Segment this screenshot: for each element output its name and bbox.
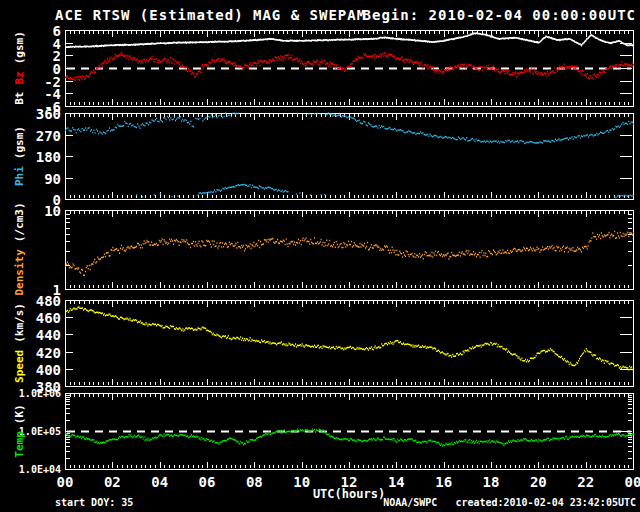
gsm-unit-label: (gsm) xyxy=(13,126,26,159)
y-axis-title-bt-bz: Bt Bz (gsm) xyxy=(13,31,26,105)
panel-bt-bz xyxy=(65,31,634,107)
bt-axis-label: Bt xyxy=(13,92,26,105)
start-doy-label: start DOY: 35 xyxy=(55,497,133,508)
cm3-unit-label: (/cm3) xyxy=(13,202,26,242)
agency-label: NOAA/SWPC xyxy=(383,497,437,508)
footer-credit: NOAA/SWPC created:2010-02-04 23:42:05UTC xyxy=(383,497,636,508)
created-timestamp: created:2010-02-04 23:42:05UTC xyxy=(455,497,636,508)
panel-density xyxy=(65,211,634,290)
plot-canvas xyxy=(0,0,640,512)
y-axis-title-density: Density (/cm3) xyxy=(13,202,26,295)
panel-phi xyxy=(65,113,634,200)
panel-temp xyxy=(65,394,634,470)
phi-axis-label: Phi xyxy=(13,166,26,186)
y-axis-title-speed: Speed (km/s) xyxy=(13,303,26,383)
density-axis-label: Density xyxy=(13,249,26,295)
x-axis-title: UTC(hours) xyxy=(313,487,385,501)
speed-axis-label: Speed xyxy=(13,350,26,383)
panel-speed xyxy=(65,301,634,387)
y-axis-title-temp: Temp (K) xyxy=(13,404,26,457)
kelvin-unit-label: (K) xyxy=(13,404,26,424)
gsm-unit-label: (gsm) xyxy=(13,31,26,64)
ace-rtsw-plot: ACE RTSW (Estimated) MAG & SWEPAM Begin:… xyxy=(0,0,640,512)
temp-axis-label: Temp xyxy=(13,431,26,458)
bz-axis-label: Bz xyxy=(13,71,26,84)
y-axis-title-phi: Phi (gsm) xyxy=(13,126,26,186)
kms-unit-label: (km/s) xyxy=(13,303,26,343)
